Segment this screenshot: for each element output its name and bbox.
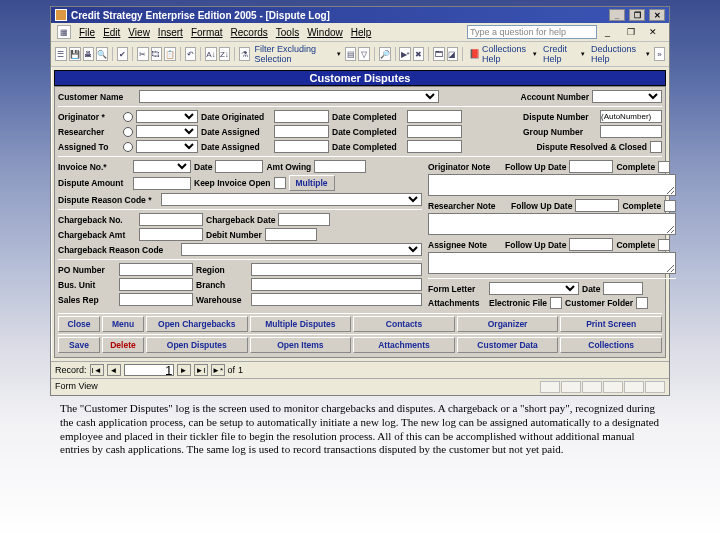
open-items-button[interactable]: Open Items [250, 337, 352, 353]
sort-asc-icon[interactable]: A↓ [205, 47, 217, 61]
nav-first-button[interactable]: I◄ [90, 364, 104, 376]
menu-window[interactable]: Window [307, 27, 343, 38]
researcher-input[interactable] [136, 125, 198, 138]
menu-edit[interactable]: Edit [103, 27, 120, 38]
filter-form-icon[interactable]: ▤ [345, 47, 357, 61]
customer-folder-checkbox[interactable] [636, 297, 648, 309]
credit-help-button[interactable]: Credit Help [541, 44, 587, 64]
menu-view[interactable]: View [128, 27, 150, 38]
dispute-amount-input[interactable] [133, 177, 191, 190]
debit-number-input[interactable] [265, 228, 317, 241]
nav-next-button[interactable]: ► [177, 364, 191, 376]
organizer-button[interactable]: Organizer [457, 316, 559, 332]
originator-note-input[interactable] [428, 174, 676, 196]
cut-icon[interactable]: ✂ [137, 47, 149, 61]
followup-3-input[interactable] [569, 238, 613, 251]
open-chargebacks-button[interactable]: Open Chargebacks [146, 316, 248, 332]
spell-icon[interactable]: ✔ [117, 47, 129, 61]
filter-sel-icon[interactable]: ⚗ [239, 47, 251, 61]
electronic-file-checkbox[interactable] [550, 297, 562, 309]
invoice-date-input[interactable] [215, 160, 263, 173]
print-icon[interactable]: 🖶 [83, 47, 95, 61]
help-search-input[interactable] [467, 25, 597, 39]
open-disputes-button[interactable]: Open Disputes [146, 337, 248, 353]
app-menu-icon[interactable]: ▦ [57, 25, 71, 39]
menu-records[interactable]: Records [231, 27, 268, 38]
customer-data-button[interactable]: Customer Data [457, 337, 559, 353]
account-number-input[interactable] [592, 90, 662, 103]
find-icon[interactable]: 🔎 [379, 47, 391, 61]
sort-desc-icon[interactable]: Z↓ [219, 47, 231, 61]
researcher-note-input[interactable] [428, 213, 676, 235]
close-button[interactable]: ✕ [649, 9, 665, 21]
menu-file[interactable]: File [79, 27, 95, 38]
date-completed-2-input[interactable] [407, 125, 462, 138]
sales-rep-input[interactable] [119, 293, 193, 306]
multiple-button[interactable]: Multiple [289, 175, 335, 191]
keep-invoice-checkbox[interactable] [274, 177, 286, 189]
form-letter-date-input[interactable] [603, 282, 643, 295]
menu-insert[interactable]: Insert [158, 27, 183, 38]
toolbar-overflow-icon[interactable]: » [654, 47, 666, 61]
menu-button-form[interactable]: Menu [102, 316, 144, 332]
date-originated-input[interactable] [274, 110, 329, 123]
preview-icon[interactable]: 🔍 [96, 47, 108, 61]
deductions-help-button[interactable]: Deductions Help [589, 44, 652, 64]
date-completed-1-input[interactable] [407, 110, 462, 123]
undo-icon[interactable]: ↶ [185, 47, 197, 61]
mdi-close-button[interactable]: ✕ [649, 27, 663, 37]
db-window-icon[interactable]: 🗔 [433, 47, 445, 61]
date-assigned-2-input[interactable] [274, 140, 329, 153]
assigned-to-input[interactable] [136, 140, 198, 153]
print-screen-button[interactable]: Print Screen [560, 316, 662, 332]
date-assigned-1-input[interactable] [274, 125, 329, 138]
researcher-radio[interactable] [123, 127, 133, 137]
group-number-input[interactable] [600, 125, 662, 138]
originator-input[interactable] [136, 110, 198, 123]
object-icon[interactable]: ◪ [447, 47, 459, 61]
save-icon[interactable]: 💾 [69, 47, 81, 61]
customer-name-input[interactable] [139, 90, 439, 103]
followup-1-input[interactable] [569, 160, 613, 173]
multiple-disputes-button[interactable]: Multiple Disputes [250, 316, 352, 332]
originator-radio[interactable] [123, 112, 133, 122]
copy-icon[interactable]: ⿻ [151, 47, 163, 61]
branch-input[interactable] [251, 278, 422, 291]
mdi-minimize-button[interactable]: _ [605, 27, 619, 37]
contacts-button[interactable]: Contacts [353, 316, 455, 332]
assignee-note-input[interactable] [428, 252, 676, 274]
new-rec-icon[interactable]: ▶* [399, 47, 411, 61]
followup-2-input[interactable] [575, 199, 619, 212]
minimize-button[interactable]: _ [609, 9, 625, 21]
del-rec-icon[interactable]: ✖ [413, 47, 425, 61]
paste-icon[interactable]: 📋 [164, 47, 176, 61]
menu-format[interactable]: Format [191, 27, 223, 38]
attachments-button[interactable]: Attachments [353, 337, 455, 353]
dispute-resolved-checkbox[interactable] [650, 141, 662, 153]
complete-2-checkbox[interactable] [664, 200, 676, 212]
assigned-to-radio[interactable] [123, 142, 133, 152]
view-icon[interactable]: ☰ [55, 47, 67, 61]
invoice-no-input[interactable] [133, 160, 191, 173]
warehouse-input[interactable] [251, 293, 422, 306]
close-button-form[interactable]: Close [58, 316, 100, 332]
amt-owing-input[interactable] [314, 160, 366, 173]
nav-last-button[interactable]: ►I [194, 364, 208, 376]
filter-excluding-button[interactable]: Filter Excluding Selection [252, 44, 342, 64]
filter-apply-icon[interactable]: ▽ [358, 47, 370, 61]
collections-button[interactable]: Collections [560, 337, 662, 353]
region-input[interactable] [251, 263, 422, 276]
po-number-input[interactable] [119, 263, 193, 276]
bus-unit-input[interactable] [119, 278, 193, 291]
menu-tools[interactable]: Tools [276, 27, 299, 38]
collections-help-button[interactable]: 📕 Collections Help [467, 44, 539, 64]
record-position-input[interactable] [124, 364, 174, 376]
restore-button[interactable]: ❐ [629, 9, 645, 21]
delete-button[interactable]: Delete [102, 337, 144, 353]
mdi-restore-button[interactable]: ❐ [627, 27, 641, 37]
form-letter-input[interactable] [489, 282, 579, 295]
nav-prev-button[interactable]: ◄ [107, 364, 121, 376]
save-button[interactable]: Save [58, 337, 100, 353]
chargeback-amt-input[interactable] [139, 228, 203, 241]
complete-1-checkbox[interactable] [658, 161, 670, 173]
